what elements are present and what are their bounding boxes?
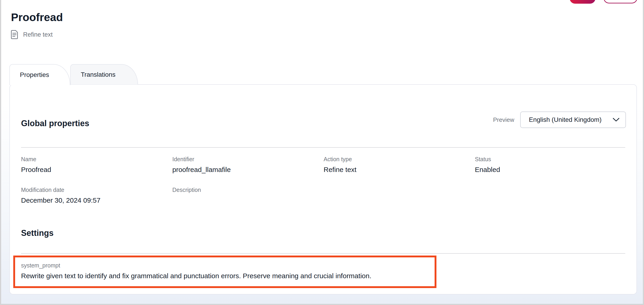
tab-translations[interactable]: Translations (70, 64, 138, 85)
global-properties-heading: Global properties (21, 119, 89, 128)
tab-bar: Properties Translations (10, 64, 138, 85)
field-label: Description (172, 186, 324, 193)
field-value: Proofread (21, 166, 172, 174)
field-name: Name Proofread (21, 156, 172, 174)
field-value: proofread_llamafile (172, 166, 324, 174)
tab-translations-label: Translations (81, 71, 115, 78)
preview-control: Preview English (United Kingdom) (493, 112, 626, 128)
chevron-down-icon (613, 118, 620, 122)
language-dropdown[interactable]: English (United Kingdom) (520, 112, 626, 128)
page-title: Proofread (11, 11, 63, 24)
field-label: Modification date (21, 186, 172, 193)
field-value: Enabled (475, 166, 626, 174)
field-label: Identifier (172, 156, 324, 163)
field-label: Action type (324, 156, 475, 163)
field-identifier: Identifier proofread_llamafile (172, 156, 324, 174)
page-subtitle-label: Refine text (23, 31, 53, 38)
primary-action-button[interactable] (570, 0, 596, 4)
properties-panel: Global properties Preview English (Unite… (10, 84, 637, 294)
document-icon (10, 30, 18, 39)
field-value: December 30, 2024 09:57 (21, 196, 172, 204)
field-label: Status (475, 156, 626, 163)
divider (21, 253, 625, 254)
field-description: Description (172, 186, 324, 204)
tab-properties-label: Properties (20, 71, 49, 79)
settings-heading: Settings (21, 228, 54, 238)
field-value: Refine text (324, 166, 475, 174)
global-properties-fields: Name Proofread Identifier proofread_llam… (21, 156, 626, 204)
field-value (172, 196, 324, 204)
field-modification-date: Modification date December 30, 2024 09:5… (21, 186, 172, 204)
field-value: Rewrite given text to identify and fix g… (21, 272, 434, 280)
tab-properties[interactable]: Properties (10, 64, 70, 85)
language-dropdown-value: English (United Kingdom) (529, 116, 602, 123)
field-status: Status Enabled (475, 156, 626, 174)
secondary-action-button[interactable] (604, 0, 637, 4)
field-label: Name (21, 156, 172, 163)
field-action-type: Action type Refine text (324, 156, 475, 174)
page: Proofread Refine text Properties Transla… (0, 0, 644, 305)
system-prompt-field-highlight: system_prompt Rewrite given text to iden… (13, 255, 436, 288)
divider (21, 147, 625, 148)
field-label: system_prompt (21, 262, 434, 269)
preview-label: Preview (493, 116, 514, 123)
page-subtitle: Refine text (10, 30, 53, 39)
